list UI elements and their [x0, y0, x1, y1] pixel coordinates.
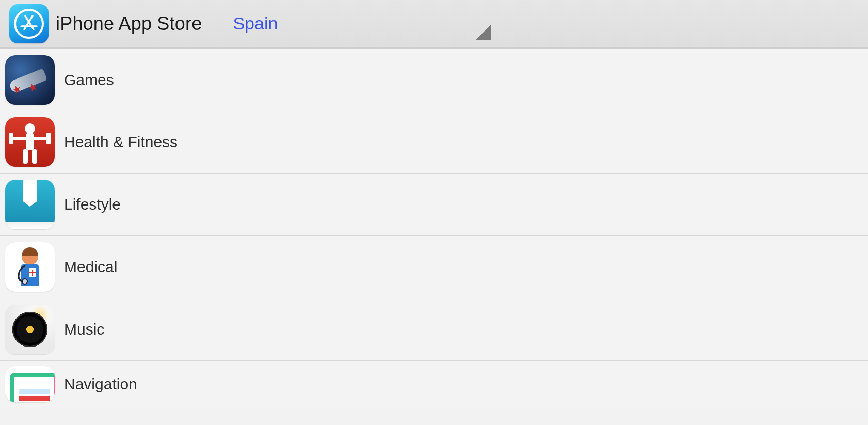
category-row-music[interactable]: Music	[0, 298, 868, 361]
page-title: iPhone App Store	[56, 13, 202, 35]
category-label: Navigation	[64, 375, 137, 393]
music-icon	[5, 305, 55, 354]
category-list: Games Health & Fitness Lifestyle	[0, 49, 868, 407]
category-row-medical[interactable]: Medical	[0, 236, 868, 298]
svg-rect-5	[23, 149, 28, 164]
appstore-icon	[9, 4, 49, 43]
country-spinner[interactable]: Spain	[233, 4, 278, 43]
svg-rect-7	[10, 137, 50, 140]
category-label: Lifestyle	[64, 196, 121, 213]
navigation-icon	[5, 366, 55, 402]
svg-rect-9	[46, 133, 51, 144]
lifestyle-icon	[5, 180, 55, 229]
svg-point-3	[25, 123, 35, 134]
medical-icon	[5, 242, 55, 292]
games-icon	[5, 55, 55, 105]
svg-line-0	[24, 16, 33, 29]
svg-rect-4	[26, 133, 34, 150]
health-fitness-icon	[5, 117, 55, 167]
category-row-games[interactable]: Games	[0, 49, 868, 111]
country-label: Spain	[233, 13, 278, 34]
svg-line-1	[25, 16, 34, 29]
category-row-navigation[interactable]: Navigation	[0, 361, 868, 407]
category-row-lifestyle[interactable]: Lifestyle	[0, 174, 868, 236]
category-label: Medical	[64, 258, 117, 276]
category-row-health[interactable]: Health & Fitness	[0, 111, 868, 174]
category-label: Music	[64, 321, 104, 338]
header-bar: iPhone App Store Spain	[0, 0, 868, 49]
svg-point-13	[22, 279, 27, 284]
svg-rect-8	[9, 133, 13, 144]
dropdown-indicator-icon	[475, 25, 491, 40]
category-label: Health & Fitness	[64, 133, 178, 151]
category-label: Games	[64, 71, 114, 89]
svg-rect-6	[32, 149, 37, 164]
